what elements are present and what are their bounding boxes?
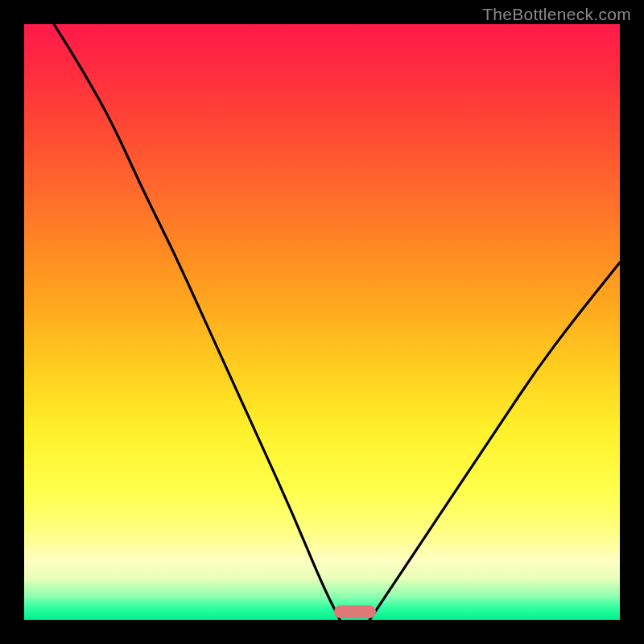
left-curve (54, 24, 340, 620)
watermark-text: TheBottleneck.com (482, 5, 631, 24)
curves-svg (24, 24, 620, 620)
right-curve (369, 262, 620, 620)
chart-container: TheBottleneck.com (0, 0, 644, 644)
plot-area (24, 24, 620, 620)
optimal-marker (334, 605, 376, 618)
